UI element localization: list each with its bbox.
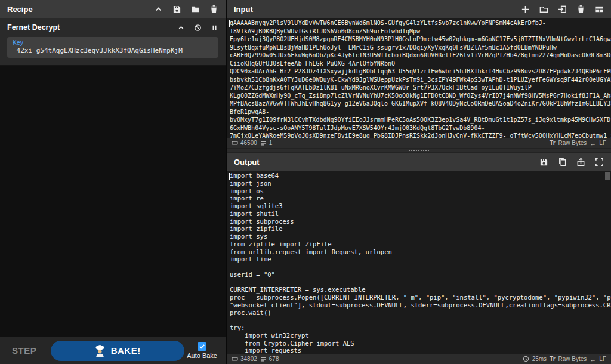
output-encoding-value[interactable]: Raw Bytes — [558, 356, 587, 362]
text-cursor — [229, 20, 230, 27]
add-input-tab-icon[interactable] — [521, 5, 530, 14]
input-line: MPfBAcs8azAV6wVTTWhJhLvHhq8G1yy_g12eV6a3… — [230, 100, 611, 108]
input-line: QDC90xaUArAhG_Br2_P28JDz4TXSxywjjkdtgBOb… — [230, 67, 611, 76]
chef-icon — [95, 345, 105, 357]
output-line — [230, 263, 611, 271]
character-encoding-icon[interactable]: Tr — [550, 356, 555, 362]
output-line: import os — [230, 187, 611, 195]
output-line — [230, 316, 611, 324]
save-recipe-icon[interactable] — [172, 5, 181, 14]
line-count-icon — [260, 356, 267, 362]
controls-bar: STEP BAKE! Auto Bake — [0, 337, 226, 364]
auto-bake-checkbox[interactable] — [198, 342, 206, 351]
output-line: import base64 — [230, 172, 611, 180]
operation-fernet-decrypt[interactable]: Fernet Decrypt Key _42xi_g54tAqgEXHzc3eq… — [0, 18, 226, 66]
disable-operation-icon[interactable] — [194, 24, 202, 32]
output-textarea[interactable]: import base64import jsonimport osimport … — [227, 171, 611, 354]
bake-button[interactable]: BAKE! — [51, 341, 184, 361]
eol-arrow-icon: ← — [590, 140, 596, 146]
save-output-icon[interactable] — [539, 158, 548, 166]
output-line: from urllib.request import Request, urlo… — [230, 248, 611, 256]
input-line: Epy6Le1uj3QyP8O2UEHjdS0M8zpgnRE4CM5BMYH0… — [230, 35, 611, 44]
output-line: CURRENT_INTERPRETER = sys.executable — [230, 286, 611, 294]
operation-title: Fernet Decrypt — [7, 23, 60, 32]
open-file-as-input-icon[interactable] — [558, 5, 567, 14]
output-line: import shutil — [230, 210, 611, 218]
pane-splitter[interactable] — [227, 148, 611, 153]
cyberchef-app: Recipe Fernet Decrypt — [0, 0, 611, 364]
bake-button-label: BAKE! — [111, 346, 141, 356]
output-statusbar: 34802 678 25ms Tr Raw Bytes ← LF — [227, 354, 611, 364]
output-line: import time — [230, 255, 611, 263]
input-panel: Input — [227, 0, 611, 148]
recipe-title: Recipe — [7, 5, 33, 14]
clear-recipe-trash-icon[interactable] — [209, 5, 218, 14]
input-textarea[interactable]: gAAAAABnyqy2PlsV9lUYdDvVwTW6nCE6BynWd6ml… — [227, 18, 611, 138]
load-recipe-folder-icon[interactable] — [191, 5, 200, 14]
input-line: bsbvkh51Cb8nKxA0TYJuD6e0WBuyK-CkwYd9JglW… — [230, 76, 611, 84]
output-eol-value[interactable]: LF — [599, 356, 606, 362]
maximize-output-icon[interactable] — [595, 158, 604, 166]
recipe-panel: Recipe Fernet Decrypt — [0, 0, 227, 364]
open-folder-icon[interactable] — [539, 5, 548, 14]
splitter-grip-dots — [409, 150, 429, 151]
output-line: import zipfile — [230, 225, 611, 233]
output-char-count: 34802 — [232, 356, 257, 362]
collapse-recipe-icon[interactable] — [154, 5, 163, 14]
line-count-icon — [260, 140, 267, 146]
output-line: userid = "0" — [230, 271, 611, 279]
input-line: 6GxHWBh04Vysc-sOoANY5T98TulIJdpMovE7XSW5… — [230, 124, 611, 132]
bake-time-clock-icon — [523, 356, 529, 362]
step-button[interactable]: STEP — [12, 346, 36, 356]
key-field[interactable]: Key _42xi_g54tAqgEXHzc3eqvJJkkX3fQAqGisH… — [7, 37, 218, 58]
char-count-icon — [232, 356, 238, 362]
input-char-count: 46500 — [232, 140, 257, 146]
recipe-header: Recipe — [0, 0, 226, 18]
output-header: Output — [227, 153, 611, 171]
input-eol-value[interactable]: LF — [599, 140, 606, 146]
output-line — [230, 279, 611, 286]
output-line: proc = subprocess.Popen([CURRENT_INTERPR… — [230, 294, 611, 301]
auto-bake-control: Auto Bake — [187, 342, 220, 359]
input-header: Input — [227, 0, 611, 18]
auto-bake-label: Auto Bake — [187, 352, 217, 359]
input-line: 7YMoZ7CJzfgdjs6fFqKATLbDz1lK81-uNxMRGnoX… — [230, 84, 611, 92]
char-count-icon — [232, 140, 238, 146]
input-line: BfeR1pwqA8- — [230, 108, 611, 116]
breakpoint-pause-icon[interactable] — [211, 24, 218, 32]
output-line: import subprocess — [230, 218, 611, 226]
input-line: KLgQ0ZZGdMWXmHy9Q_cTq_Zsi8mp7lcZlVrNVNuY… — [230, 92, 611, 100]
input-line: T8VTkA9jBDKBQByCWUvfGsiRfJDS6Vo0d8cnZSh9… — [230, 27, 611, 36]
copy-output-icon[interactable] — [558, 158, 567, 166]
io-column: Input — [227, 0, 611, 364]
output-title: Output — [234, 158, 260, 166]
output-line: import requests — [230, 347, 611, 354]
output-line-count: 678 — [260, 356, 279, 362]
input-title: Input — [234, 5, 253, 14]
bake-duration: 25ms — [532, 356, 547, 362]
replace-input-with-output-icon[interactable] — [576, 158, 585, 166]
output-scrollbar-thumb[interactable] — [605, 172, 610, 180]
input-line: 7mCjxQLeYAWRoeM59pVoJOsXD9nzeF8viE9e8uq_… — [230, 132, 611, 138]
pane-layout-icon[interactable] — [595, 5, 604, 14]
input-line: CiioKHqGUfU30sLfeeAb-FhEGk-PuQXG_4ArlOfb… — [230, 60, 611, 68]
input-line: cABF0Q799Ow05JUx6FkuWg6nDbZpKc4Jy6IcTN3U… — [230, 51, 611, 60]
output-line: from Crypto.Cipher import AES — [230, 340, 611, 347]
input-line: bvOMxyT7g1IQ9frN3lCCvhTXdbdNq9OYfiEEoJJs… — [230, 116, 611, 124]
output-line: from zipfile import ZipFile — [230, 240, 611, 248]
output-line: proc.wait() — [230, 309, 611, 317]
clear-input-trash-icon[interactable] — [576, 5, 585, 14]
output-line: import sqlite3 — [230, 202, 611, 210]
output-line: import json — [230, 180, 611, 187]
recipe-drop-area[interactable] — [0, 66, 226, 337]
input-line: 9Esyt8qxfuMpWLBsBjWaHD1PLhUoJyl_-EMrC1iG… — [230, 44, 611, 52]
character-encoding-icon[interactable]: Tr — [550, 140, 555, 146]
input-line-count: 1 — [260, 140, 273, 146]
output-line: try: — [230, 324, 611, 332]
key-field-value[interactable]: _42xi_g54tAqgEXHzc3eqvJJkkX3fQAqGisHeNmp… — [13, 47, 213, 54]
key-field-label: Key — [13, 39, 213, 46]
output-line: import win32crypt — [230, 332, 611, 340]
output-line: import re — [230, 195, 611, 202]
collapse-operation-icon[interactable] — [177, 24, 185, 32]
input-encoding-value[interactable]: Raw Bytes — [558, 140, 587, 146]
